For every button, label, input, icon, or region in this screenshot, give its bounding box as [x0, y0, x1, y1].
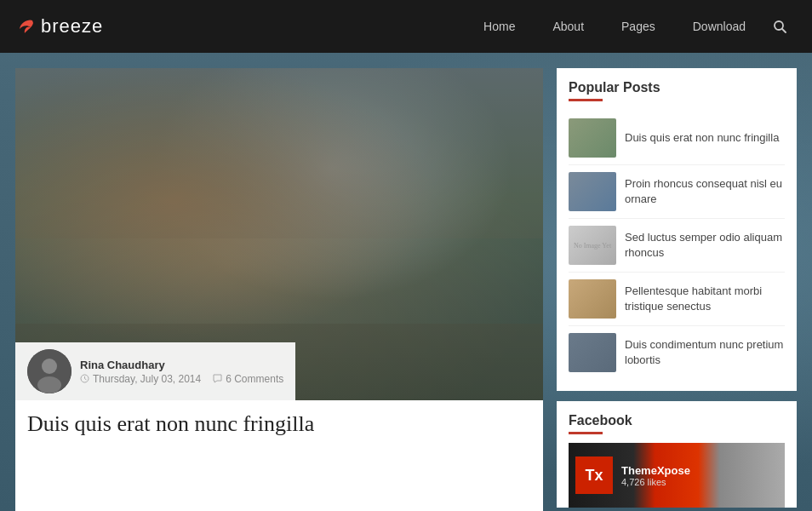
popular-post-item[interactable]: Pellentesque habitant morbi tristique se…	[569, 273, 785, 326]
author-name: Rina Chaudhary	[80, 359, 283, 371]
post-meta: Thursday, July 03, 2014 6 Comments	[80, 373, 283, 385]
nav-home[interactable]: Home	[465, 0, 534, 53]
facebook-likes: 4,726 likes	[621, 477, 690, 487]
post-date-meta: Thursday, July 03, 2014	[80, 373, 201, 385]
search-icon[interactable]	[764, 0, 795, 53]
author-avatar	[27, 349, 71, 393]
popular-post-thumb-3: No Image Yet	[569, 226, 616, 265]
popular-post-thumb-4	[569, 279, 616, 319]
facebook-card: Facebook Tx ThemeXpose 4,726 likes	[557, 401, 797, 508]
logo[interactable]: breeze	[17, 15, 103, 37]
svg-point-6	[42, 359, 57, 374]
popular-post-item[interactable]: Duis condimentum nunc pretium lobortis	[569, 326, 785, 379]
popular-post-thumb-1	[569, 118, 616, 158]
facebook-title: Facebook	[569, 413, 785, 428]
facebook-logo-text: Tx	[585, 467, 603, 485]
main-post: Rina Chaudhary Thursday, July 03, 2014	[15, 68, 543, 511]
author-info: Rina Chaudhary Thursday, July 03, 2014	[80, 359, 283, 385]
popular-post-item[interactable]: No Image Yet Sed luctus semper odio aliq…	[569, 219, 785, 273]
popular-post-text-5: Duis condimentum nunc pretium lobortis	[625, 337, 785, 368]
popular-posts-card: Popular Posts Duis quis erat non nunc fr…	[557, 68, 797, 391]
sidebar: Popular Posts Duis quis erat non nunc fr…	[557, 68, 797, 511]
popular-post-text-3: Sed luctus semper odio aliquam rhoncus	[625, 230, 785, 261]
popular-post-item[interactable]: Duis quis erat non nunc fringilla	[569, 112, 785, 165]
post-image: Rina Chaudhary Thursday, July 03, 2014	[15, 68, 543, 400]
popular-post-thumb-2	[569, 172, 616, 211]
popular-posts-list: Duis quis erat non nunc fringilla Proin …	[569, 112, 785, 379]
nav-links: Home About Pages Download	[465, 0, 795, 53]
no-image-placeholder: No Image Yet	[572, 240, 613, 251]
facebook-page-name: ThemeXpose	[621, 464, 690, 477]
popular-post-item[interactable]: Proin rhoncus consequat nisl eu ornare	[569, 165, 785, 219]
popular-posts-title: Popular Posts	[569, 80, 785, 95]
nav-about[interactable]: About	[534, 0, 603, 53]
svg-point-7	[37, 376, 61, 393]
facebook-banner[interactable]: Tx ThemeXpose 4,726 likes	[569, 443, 785, 508]
popular-post-text-2: Proin rhoncus consequat nisl eu ornare	[625, 176, 785, 207]
logo-text: breeze	[41, 15, 103, 37]
facebook-logo-box: Tx	[575, 456, 613, 494]
svg-rect-3	[15, 68, 543, 238]
popular-post-text-1: Duis quis erat non nunc fringilla	[625, 130, 779, 146]
nav-download[interactable]: Download	[674, 0, 764, 53]
post-title-area: Duis quis erat non nunc fringilla	[15, 400, 543, 444]
nav-pages[interactable]: Pages	[603, 0, 674, 53]
logo-icon	[17, 17, 36, 36]
post-title[interactable]: Duis quis erat non nunc fringilla	[27, 411, 531, 437]
author-overlay: Rina Chaudhary Thursday, July 03, 2014	[15, 342, 295, 400]
facebook-title-underline	[569, 432, 603, 434]
navbar: breeze Home About Pages Download	[0, 0, 812, 53]
popular-posts-underline	[569, 99, 603, 101]
facebook-page-info: ThemeXpose 4,726 likes	[621, 464, 690, 487]
svg-line-1	[782, 29, 786, 32]
post-comments: 6 Comments	[226, 373, 283, 385]
popular-post-thumb-5	[569, 333, 616, 372]
post-comments-meta: 6 Comments	[213, 373, 283, 385]
svg-line-10	[85, 379, 87, 381]
content-area: Rina Chaudhary Thursday, July 03, 2014	[0, 53, 812, 511]
post-date: Thursday, July 03, 2014	[93, 373, 201, 385]
popular-post-text-4: Pellentesque habitant morbi tristique se…	[625, 284, 785, 314]
